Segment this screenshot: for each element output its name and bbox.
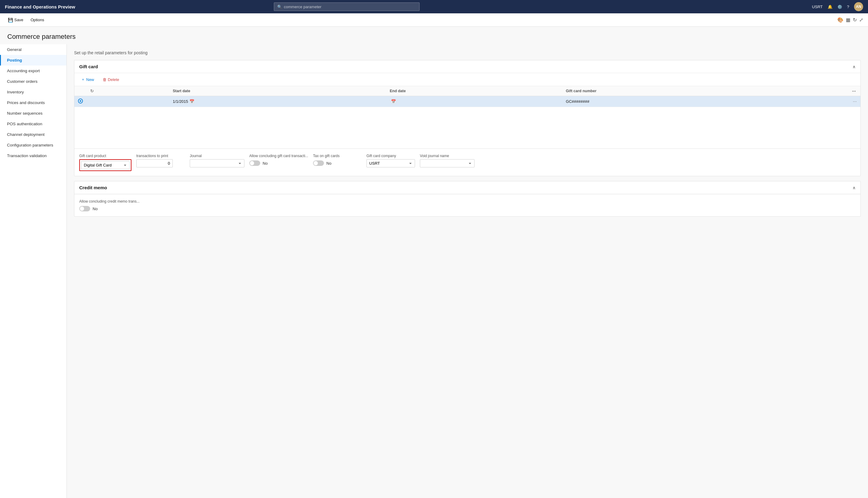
gift-card-product-group: Gift card product Digital Gift Card bbox=[79, 154, 131, 171]
sidebar-item-channel-deployment[interactable]: Channel deployment bbox=[0, 129, 66, 140]
credit-memo-section: Credit memo ∧ Allow concluding credit me… bbox=[74, 181, 861, 217]
gift-card-product-label: Gift card product bbox=[79, 154, 131, 158]
void-journal-name-group: Void journal name bbox=[420, 154, 474, 171]
start-date-calendar-icon[interactable]: 📅 bbox=[190, 99, 194, 104]
credit-memo-form: Allow concluding credit memo trans... No bbox=[74, 194, 860, 216]
page-title: Commerce parameters bbox=[0, 27, 868, 44]
allow-concluding-value: No bbox=[263, 161, 268, 166]
page-container: Commerce parameters General Posting Acco… bbox=[0, 27, 868, 498]
journal-label: Journal bbox=[190, 154, 244, 158]
credit-memo-title-bar: Credit memo ∧ bbox=[74, 181, 860, 194]
row-status-cell bbox=[87, 96, 169, 107]
tax-toggle[interactable] bbox=[313, 160, 324, 166]
gift-card-company-group: Gift card company USRT bbox=[367, 154, 415, 171]
notification-icon[interactable]: 🔔 bbox=[828, 4, 832, 9]
save-button[interactable]: 💾 Save bbox=[5, 16, 26, 24]
allow-concluding-group: Allow concluding gift card transacti... … bbox=[249, 154, 308, 171]
section-subtitle: Set up the retail parameters for posting bbox=[67, 44, 868, 60]
gift-card-company-select[interactable]: USRT bbox=[367, 159, 415, 167]
sidebar-item-general[interactable]: General bbox=[0, 44, 66, 55]
help-icon[interactable]: ? bbox=[847, 4, 849, 9]
credit-memo-allow-concluding-label: Allow concluding credit memo trans... bbox=[79, 199, 140, 204]
credit-memo-collapse-btn[interactable]: ∧ bbox=[853, 185, 856, 190]
sidebar-item-customer-orders[interactable]: Customer orders bbox=[0, 76, 66, 87]
allow-concluding-label: Allow concluding gift card transacti... bbox=[249, 154, 308, 158]
save-icon: 💾 bbox=[8, 17, 13, 23]
delete-icon: 🗑 bbox=[103, 77, 106, 82]
app-title: Finance and Operations Preview bbox=[5, 4, 75, 9]
user-label: USRT bbox=[812, 4, 823, 9]
toolbar: 💾 Save Options 🎨 ▦ ↻ ⤢ bbox=[0, 13, 868, 27]
delete-button[interactable]: 🗑 Delete bbox=[100, 76, 122, 83]
journal-group: Journal bbox=[190, 154, 244, 171]
row-radio-button[interactable] bbox=[78, 99, 83, 103]
end-date-calendar-icon[interactable]: 📅 bbox=[391, 99, 396, 104]
allow-concluding-toggle[interactable] bbox=[249, 160, 260, 166]
new-button[interactable]: ＋ New bbox=[78, 76, 97, 83]
settings-icon[interactable]: ⚙️ bbox=[837, 4, 842, 9]
sidebar-item-inventory[interactable]: Inventory bbox=[0, 87, 66, 97]
gift-card-number-col-header: Gift card number bbox=[562, 86, 848, 96]
avatar[interactable]: AN bbox=[854, 2, 863, 11]
gift-card-section: Gift card ∧ ＋ New 🗑 Delete bbox=[74, 60, 861, 176]
transactions-to-print-group: transactions to print bbox=[136, 154, 185, 171]
toolbar-right: 🎨 ▦ ↻ ⤢ bbox=[837, 17, 863, 23]
gift-card-collapse-btn[interactable]: ∧ bbox=[853, 64, 856, 69]
gift-card-table-toolbar: ＋ New 🗑 Delete bbox=[74, 73, 860, 86]
table-row[interactable]: 1/1/2015 📅 📅 GC######## bbox=[74, 96, 860, 107]
sidebar-item-accounting-export[interactable]: Accounting export bbox=[0, 66, 66, 76]
tax-toggle-value: No bbox=[327, 161, 332, 166]
end-date-col-header: End date bbox=[386, 86, 562, 96]
gift-card-number-cell: GC######## bbox=[562, 96, 848, 107]
void-journal-name-select[interactable] bbox=[420, 159, 474, 167]
tax-on-gift-cards-group: Tax on gift cards No bbox=[313, 154, 361, 171]
radio-cell[interactable] bbox=[74, 96, 87, 107]
nav-right-icons: USRT 🔔 ⚙️ ? AN bbox=[812, 2, 863, 11]
search-icon: 🔍 bbox=[277, 4, 282, 9]
row-more-cell[interactable]: ⋯ bbox=[848, 96, 860, 107]
start-date-col-header: Start date bbox=[169, 86, 386, 96]
refresh-icon[interactable]: ↻ bbox=[853, 17, 857, 23]
palette-icon[interactable]: 🎨 bbox=[837, 17, 843, 23]
credit-memo-title: Credit memo bbox=[79, 185, 107, 190]
refresh-col-icon[interactable]: ↻ bbox=[90, 89, 94, 93]
table-header: ↻ Start date End date Gift card number ⋯ bbox=[74, 86, 860, 96]
sidebar-item-transaction-validation[interactable]: Transaction validation bbox=[0, 150, 66, 161]
gift-card-title-bar: Gift card ∧ bbox=[74, 60, 860, 73]
sidebar-item-number-sequences[interactable]: Number sequences bbox=[0, 108, 66, 119]
journal-select[interactable] bbox=[190, 159, 244, 167]
more-col-header[interactable]: ⋯ bbox=[848, 86, 860, 96]
credit-memo-toggle-value: No bbox=[93, 207, 98, 211]
void-journal-name-label: Void journal name bbox=[420, 154, 474, 158]
main-content: Set up the retail parameters for posting… bbox=[67, 44, 868, 498]
sidebar: General Posting Accounting export Custom… bbox=[0, 44, 67, 498]
content-area: General Posting Accounting export Custom… bbox=[0, 44, 868, 498]
select-col-header bbox=[74, 86, 87, 96]
gift-card-title: Gift card bbox=[79, 64, 98, 69]
plus-icon: ＋ bbox=[81, 77, 85, 82]
sidebar-item-configuration-parameters[interactable]: Configuration parameters bbox=[0, 140, 66, 150]
options-button[interactable]: Options bbox=[28, 16, 47, 23]
transactions-to-print-label: transactions to print bbox=[136, 154, 185, 158]
tax-on-gift-cards-label: Tax on gift cards bbox=[313, 154, 361, 158]
gift-card-product-box: Digital Gift Card bbox=[79, 159, 131, 171]
sidebar-item-posting[interactable]: Posting bbox=[0, 55, 66, 66]
gift-card-company-label: Gift card company bbox=[367, 154, 415, 158]
top-navigation: Finance and Operations Preview 🔍 USRT 🔔 … bbox=[0, 0, 868, 13]
transactions-to-print-input[interactable] bbox=[136, 159, 173, 167]
search-input[interactable] bbox=[284, 4, 416, 9]
gift-card-table: ↻ Start date End date Gift card number ⋯ bbox=[74, 86, 860, 148]
start-date-cell: 1/1/2015 📅 bbox=[169, 96, 386, 107]
sidebar-item-prices-discounts[interactable]: Prices and discounts bbox=[0, 97, 66, 108]
layout-icon[interactable]: ▦ bbox=[846, 17, 851, 23]
global-search[interactable]: 🔍 bbox=[274, 2, 420, 11]
gift-card-form: Gift card product Digital Gift Card tran… bbox=[74, 148, 860, 176]
gift-card-product-select[interactable]: Digital Gift Card bbox=[81, 161, 130, 169]
sidebar-item-pos-authentication[interactable]: POS authentication bbox=[0, 119, 66, 129]
credit-memo-toggle[interactable] bbox=[79, 206, 90, 211]
credit-memo-allow-concluding-group: Allow concluding credit memo trans... No bbox=[79, 199, 140, 211]
credit-memo-toggle-group: No bbox=[79, 206, 140, 211]
tax-toggle-group: No bbox=[313, 160, 361, 166]
end-date-cell: 📅 bbox=[386, 96, 562, 107]
open-icon[interactable]: ⤢ bbox=[859, 17, 863, 23]
